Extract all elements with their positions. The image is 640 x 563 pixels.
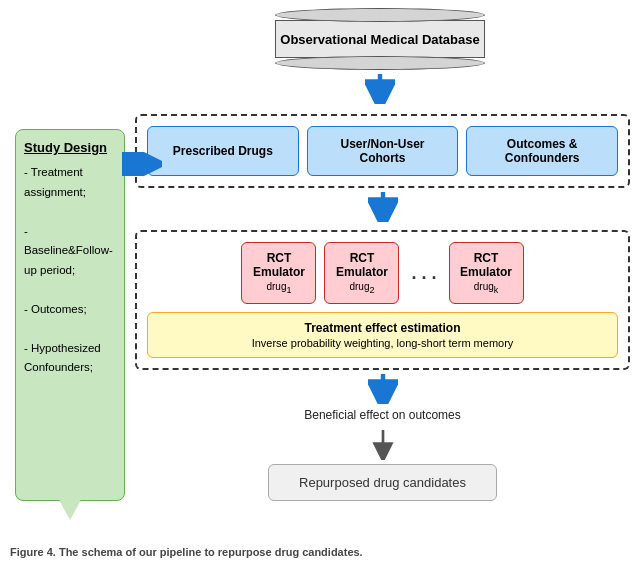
data-components-box: Prescribed Drugs User/Non-UserCohorts Ou… [135, 114, 630, 188]
arrow-mid-icon [368, 192, 398, 222]
repurposed-label: Repurposed drug candidates [299, 475, 466, 490]
arrow-right-icon [122, 152, 162, 176]
arrow-right-container [122, 152, 162, 179]
arrow-bottom-down [368, 374, 398, 404]
rct-emulator-1: RCTEmulatordrug1 [241, 242, 316, 304]
outcomes-box: Outcomes &Confounders [466, 126, 618, 176]
rct-row: RCTEmulatordrug1 RCTEmulatordrug2 . . . … [147, 242, 618, 304]
rct-emulator-2: RCTEmulatordrug2 [324, 242, 399, 304]
study-design-items: - Treatmentassignment; - Baseline&Follow… [24, 163, 116, 378]
caption-text: The schema of our pipeline to repurpose … [59, 546, 363, 558]
user-cohorts-box: User/Non-UserCohorts [307, 126, 459, 176]
database-section: Observational Medical Database [70, 8, 640, 108]
data-boxes-row: Prescribed Drugs User/Non-UserCohorts Ou… [147, 126, 618, 176]
arrow-final-icon [368, 430, 398, 460]
arrow-mid-down [368, 192, 398, 222]
treatment-subtitle: Inverse probability weighting, long-shor… [160, 337, 605, 349]
cylinder-top [275, 8, 485, 22]
item-4: - HypothesizedConfounders; [24, 339, 116, 378]
right-content: Prescribed Drugs User/Non-UserCohorts Ou… [135, 114, 630, 501]
rct-box: RCTEmulatordrug1 RCTEmulatordrug2 . . . … [135, 230, 630, 370]
study-design-panel: Study Design - Treatmentassignment; - Ba… [15, 129, 125, 501]
figure-caption: Figure 4. The schema of our pipeline to … [10, 546, 363, 558]
treatment-effect-box: Treatment effect estimation Inverse prob… [147, 312, 618, 358]
database-label: Observational Medical Database [280, 32, 479, 47]
caption-bold: Figure 4. [10, 546, 56, 558]
dots-separator: . . . [407, 263, 440, 284]
beneficial-text: Beneficial effect on outcomes [304, 408, 461, 422]
cylinder-body: Observational Medical Database [275, 20, 485, 58]
arrow-final-down [368, 430, 398, 460]
arrow-bottom-icon [368, 374, 398, 404]
item-1: - Treatmentassignment; [24, 163, 116, 202]
database-cylinder: Observational Medical Database [275, 8, 485, 70]
prescribed-drugs-box: Prescribed Drugs [147, 126, 299, 176]
treatment-title: Treatment effect estimation [160, 321, 605, 335]
item-2: - Baseline&Follow-up period; [24, 222, 116, 281]
cylinder-bottom [275, 56, 485, 70]
arrow-down-icon [365, 74, 395, 104]
main-layout: Observational Medical Database Study Des… [0, 0, 640, 501]
repurposed-box: Repurposed drug candidates [268, 464, 497, 501]
study-design-title: Study Design [24, 140, 116, 155]
arrow-db-down [365, 74, 395, 104]
middle-section: Study Design - Treatmentassignment; - Ba… [10, 114, 630, 501]
rct-emulator-k: RCTEmulatordrugk [449, 242, 524, 304]
item-3: - Outcomes; [24, 300, 116, 320]
